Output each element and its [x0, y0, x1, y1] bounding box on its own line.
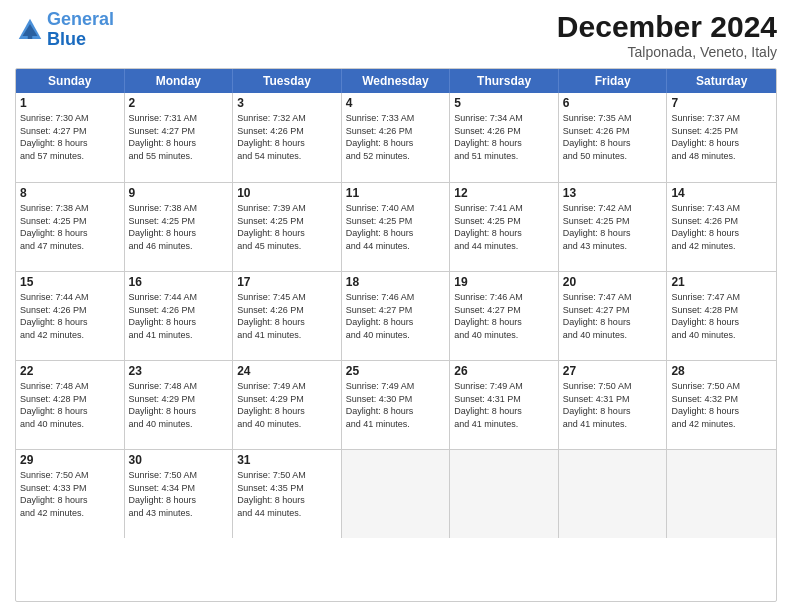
cell-info-line: Daylight: 8 hours — [237, 405, 337, 418]
cell-info-line: Sunrise: 7:47 AM — [563, 291, 663, 304]
day-cell-23: 23Sunrise: 7:48 AMSunset: 4:29 PMDayligh… — [125, 361, 234, 449]
empty-cell — [450, 450, 559, 538]
cell-info-line: Daylight: 8 hours — [454, 137, 554, 150]
logo: General Blue — [15, 10, 114, 50]
cell-info-line: and 41 minutes. — [237, 329, 337, 342]
cell-info-line: Sunrise: 7:47 AM — [671, 291, 772, 304]
cell-info-line: Daylight: 8 hours — [20, 137, 120, 150]
cell-info-line: Sunset: 4:30 PM — [346, 393, 446, 406]
cell-info-line: Daylight: 8 hours — [671, 137, 772, 150]
day-cell-27: 27Sunrise: 7:50 AMSunset: 4:31 PMDayligh… — [559, 361, 668, 449]
day-number: 9 — [129, 186, 229, 200]
cell-info-line: Daylight: 8 hours — [563, 405, 663, 418]
cell-info-line: and 51 minutes. — [454, 150, 554, 163]
day-cell-28: 28Sunrise: 7:50 AMSunset: 4:32 PMDayligh… — [667, 361, 776, 449]
cell-info-line: Daylight: 8 hours — [346, 405, 446, 418]
day-number: 20 — [563, 275, 663, 289]
cell-info-line: Sunset: 4:25 PM — [454, 215, 554, 228]
cell-info-line: and 44 minutes. — [346, 240, 446, 253]
cell-info-line: Sunset: 4:25 PM — [346, 215, 446, 228]
day-number: 12 — [454, 186, 554, 200]
cell-info-line: Sunrise: 7:50 AM — [20, 469, 120, 482]
cell-info-line: Sunrise: 7:46 AM — [346, 291, 446, 304]
day-number: 19 — [454, 275, 554, 289]
cell-info-line: and 45 minutes. — [237, 240, 337, 253]
day-number: 22 — [20, 364, 120, 378]
day-cell-9: 9Sunrise: 7:38 AMSunset: 4:25 PMDaylight… — [125, 183, 234, 271]
cell-info-line: Daylight: 8 hours — [20, 494, 120, 507]
cell-info-line: Sunrise: 7:40 AM — [346, 202, 446, 215]
cell-info-line: Daylight: 8 hours — [671, 227, 772, 240]
cell-info-line: Daylight: 8 hours — [454, 227, 554, 240]
cell-info-line: Sunset: 4:33 PM — [20, 482, 120, 495]
cell-info-line: Daylight: 8 hours — [563, 227, 663, 240]
calendar-header: SundayMondayTuesdayWednesdayThursdayFrid… — [16, 69, 776, 93]
empty-cell — [342, 450, 451, 538]
cell-info-line: Sunrise: 7:48 AM — [129, 380, 229, 393]
calendar-body: 1Sunrise: 7:30 AMSunset: 4:27 PMDaylight… — [16, 93, 776, 538]
cell-info-line: and 41 minutes. — [563, 418, 663, 431]
cell-info-line: and 40 minutes. — [671, 329, 772, 342]
day-number: 26 — [454, 364, 554, 378]
cell-info-line: Sunset: 4:28 PM — [20, 393, 120, 406]
cell-info-line: Daylight: 8 hours — [671, 316, 772, 329]
header: General Blue December 2024 Talponada, Ve… — [15, 10, 777, 60]
cell-info-line: Sunrise: 7:35 AM — [563, 112, 663, 125]
day-cell-3: 3Sunrise: 7:32 AMSunset: 4:26 PMDaylight… — [233, 93, 342, 182]
cell-info-line: Sunrise: 7:34 AM — [454, 112, 554, 125]
cell-info-line: and 43 minutes. — [563, 240, 663, 253]
cell-info-line: and 40 minutes. — [563, 329, 663, 342]
cell-info-line: Daylight: 8 hours — [237, 227, 337, 240]
cell-info-line: Sunset: 4:25 PM — [129, 215, 229, 228]
cell-info-line: and 41 minutes. — [346, 418, 446, 431]
cell-info-line: Sunrise: 7:50 AM — [129, 469, 229, 482]
day-cell-31: 31Sunrise: 7:50 AMSunset: 4:35 PMDayligh… — [233, 450, 342, 538]
cell-info-line: Sunrise: 7:30 AM — [20, 112, 120, 125]
cell-info-line: Sunrise: 7:46 AM — [454, 291, 554, 304]
header-day-tuesday: Tuesday — [233, 69, 342, 93]
day-cell-13: 13Sunrise: 7:42 AMSunset: 4:25 PMDayligh… — [559, 183, 668, 271]
cell-info-line: Sunset: 4:34 PM — [129, 482, 229, 495]
calendar: SundayMondayTuesdayWednesdayThursdayFrid… — [15, 68, 777, 602]
day-number: 10 — [237, 186, 337, 200]
cell-info-line: Sunset: 4:32 PM — [671, 393, 772, 406]
cell-info-line: and 40 minutes. — [129, 418, 229, 431]
day-number: 5 — [454, 96, 554, 110]
cell-info-line: Sunset: 4:26 PM — [346, 125, 446, 138]
cell-info-line: Sunrise: 7:49 AM — [454, 380, 554, 393]
day-number: 31 — [237, 453, 337, 467]
day-number: 1 — [20, 96, 120, 110]
cell-info-line: Sunrise: 7:37 AM — [671, 112, 772, 125]
cell-info-line: Sunset: 4:26 PM — [129, 304, 229, 317]
day-cell-11: 11Sunrise: 7:40 AMSunset: 4:25 PMDayligh… — [342, 183, 451, 271]
cell-info-line: Sunrise: 7:41 AM — [454, 202, 554, 215]
day-cell-6: 6Sunrise: 7:35 AMSunset: 4:26 PMDaylight… — [559, 93, 668, 182]
cell-info-line: Sunrise: 7:50 AM — [237, 469, 337, 482]
cell-info-line: and 41 minutes. — [454, 418, 554, 431]
cell-info-line: Sunset: 4:29 PM — [129, 393, 229, 406]
day-cell-30: 30Sunrise: 7:50 AMSunset: 4:34 PMDayligh… — [125, 450, 234, 538]
svg-rect-2 — [28, 31, 33, 39]
cell-info-line: Sunset: 4:25 PM — [563, 215, 663, 228]
cell-info-line: Sunrise: 7:33 AM — [346, 112, 446, 125]
cell-info-line: Daylight: 8 hours — [129, 137, 229, 150]
day-number: 13 — [563, 186, 663, 200]
cell-info-line: Sunset: 4:28 PM — [671, 304, 772, 317]
cell-info-line: Daylight: 8 hours — [346, 227, 446, 240]
cell-info-line: Daylight: 8 hours — [129, 405, 229, 418]
page: General Blue December 2024 Talponada, Ve… — [0, 0, 792, 612]
cell-info-line: Sunrise: 7:31 AM — [129, 112, 229, 125]
cell-info-line: Sunrise: 7:49 AM — [346, 380, 446, 393]
day-cell-21: 21Sunrise: 7:47 AMSunset: 4:28 PMDayligh… — [667, 272, 776, 360]
cell-info-line: Sunset: 4:26 PM — [671, 215, 772, 228]
cell-info-line: and 41 minutes. — [129, 329, 229, 342]
cell-info-line: Sunrise: 7:44 AM — [20, 291, 120, 304]
day-cell-7: 7Sunrise: 7:37 AMSunset: 4:25 PMDaylight… — [667, 93, 776, 182]
cell-info-line: Sunrise: 7:42 AM — [563, 202, 663, 215]
cell-info-line: and 48 minutes. — [671, 150, 772, 163]
day-cell-16: 16Sunrise: 7:44 AMSunset: 4:26 PMDayligh… — [125, 272, 234, 360]
cell-info-line: Sunset: 4:27 PM — [346, 304, 446, 317]
cell-info-line: Sunrise: 7:32 AM — [237, 112, 337, 125]
day-number: 28 — [671, 364, 772, 378]
cell-info-line: Sunrise: 7:43 AM — [671, 202, 772, 215]
